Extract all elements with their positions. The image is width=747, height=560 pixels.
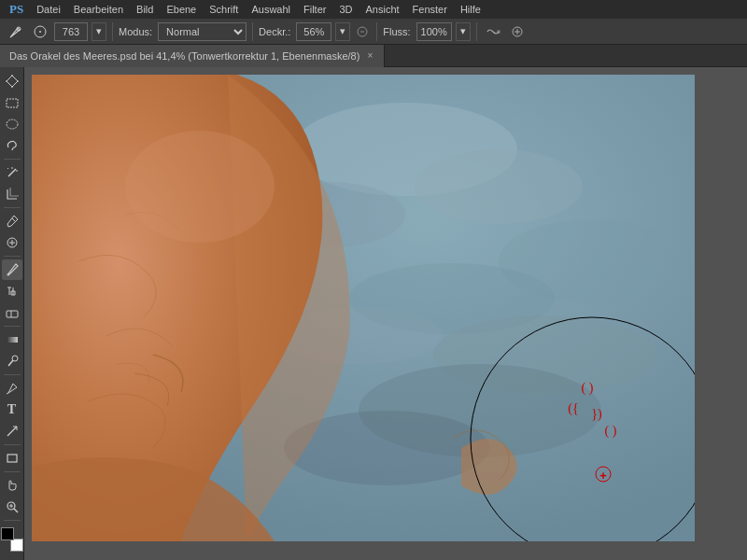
brush-size-dropdown[interactable]: ▾ [92, 22, 106, 41]
menu-auswahl[interactable]: Auswahl [246, 2, 296, 17]
brush-preview-right: }) [591, 407, 602, 422]
svg-line-22 [7, 393, 8, 394]
flow-input[interactable] [416, 22, 452, 41]
menu-ansicht[interactable]: Ansicht [360, 2, 405, 17]
divider-1 [112, 22, 113, 41]
tool-text[interactable]: T [2, 399, 22, 420]
mode-select[interactable]: Normal Multiplizieren Abdunkeln [158, 22, 247, 41]
color-swatches[interactable] [1, 527, 23, 552]
flow-dropdown[interactable]: ▾ [456, 22, 471, 41]
tool-clone[interactable] [2, 281, 22, 301]
tool-shape[interactable] [2, 448, 22, 469]
svg-line-25 [14, 509, 18, 512]
tool-magic-wand[interactable] [2, 162, 22, 183]
tool-separator-6 [4, 444, 21, 445]
svg-point-38 [125, 131, 275, 243]
svg-line-12 [12, 218, 15, 221]
document-tab[interactable]: Das Orakel des Meeres.psd bei 41,4% (Ton… [0, 45, 385, 67]
tool-move[interactable] [2, 71, 22, 91]
tab-filename: Das Orakel des Meeres.psd bei 41,4% (Ton… [9, 50, 359, 62]
flow-label: Fluss: [383, 26, 410, 37]
tool-path-select[interactable] [2, 421, 22, 441]
brush-size-input[interactable] [54, 22, 88, 41]
tool-separator-2 [4, 207, 21, 208]
mode-label: Modus: [119, 26, 152, 37]
tool-gradient[interactable] [2, 329, 22, 350]
canvas-area[interactable]: ( ) ({ }) ( ) + [24, 67, 747, 560]
menu-3d[interactable]: 3D [333, 2, 358, 17]
brush-preview-top: ( ) [582, 381, 594, 396]
tool-pen[interactable] [2, 378, 22, 399]
background-color-swatch[interactable] [10, 539, 23, 552]
menu-bar: PS Datei Bearbeiten Bild Ebene Schrift A… [0, 0, 747, 19]
tool-separator-8 [4, 520, 21, 521]
menu-schrift[interactable]: Schrift [204, 2, 244, 17]
svg-rect-19 [7, 337, 18, 343]
opacity-input[interactable] [296, 22, 331, 41]
toolbox: T [0, 67, 24, 560]
opacity-label: Deckr.: [259, 26, 290, 37]
canvas-image: ( ) ({ }) ( ) + [32, 75, 695, 541]
tool-separator-4 [4, 326, 21, 327]
tab-bar: Das Orakel des Meeres.psd bei 41,4% (Ton… [0, 45, 747, 67]
brush-tool-icon[interactable] [6, 21, 26, 42]
svg-point-7 [7, 119, 18, 129]
tool-ellipse-marquee[interactable] [2, 114, 22, 134]
brush-preview-icon[interactable] [30, 21, 50, 42]
options-toolbar: ▾ Modus: Normal Multiplizieren Abdunkeln… [0, 19, 747, 45]
divider-3 [376, 22, 377, 41]
pressure-icon[interactable] [507, 21, 528, 42]
smoothing-icon[interactable] [483, 21, 503, 42]
tool-brush[interactable] [2, 259, 22, 280]
opacity-dropdown[interactable]: ▾ [335, 22, 350, 41]
svg-line-11 [7, 168, 8, 169]
svg-point-2 [39, 31, 41, 33]
menu-ebene[interactable]: Ebene [161, 2, 202, 17]
tool-separator-3 [4, 256, 21, 257]
tab-close-button[interactable]: × [365, 49, 374, 62]
brush-cursor-plus: + [599, 469, 607, 483]
foreground-color-swatch[interactable] [1, 527, 14, 540]
tool-lasso[interactable] [2, 135, 22, 156]
tool-separator-5 [4, 374, 21, 375]
menu-fenster[interactable]: Fenster [407, 2, 453, 17]
menu-hilfe[interactable]: Hilfe [455, 2, 486, 17]
airbrush-icon[interactable] [356, 25, 369, 38]
svg-rect-6 [7, 99, 18, 107]
tool-rect-marquee[interactable] [2, 92, 22, 113]
tool-separator-7 [4, 471, 21, 472]
canvas-content: ( ) ({ }) ( ) + [32, 75, 695, 541]
divider-2 [252, 22, 253, 41]
svg-line-8 [8, 169, 16, 176]
tool-eraser[interactable] [2, 302, 22, 323]
main-area: T [0, 67, 747, 560]
svg-point-30 [415, 149, 583, 224]
tool-hand[interactable] [2, 475, 22, 496]
tool-dodge[interactable] [2, 351, 22, 371]
svg-rect-17 [7, 311, 18, 317]
svg-point-16 [7, 273, 9, 276]
svg-line-21 [8, 360, 13, 366]
menu-bild[interactable]: Bild [131, 2, 159, 17]
tool-crop[interactable] [2, 184, 22, 204]
ps-logo: PS [4, 2, 29, 17]
tool-healing[interactable] [2, 232, 22, 253]
tool-separator-1 [4, 159, 21, 160]
brush-preview-left: ({ [568, 401, 578, 416]
svg-point-4 [497, 30, 500, 34]
menu-datei[interactable]: Datei [31, 2, 66, 17]
brush-preview-bottom: ( ) [605, 424, 617, 439]
tool-eyedropper[interactable] [2, 211, 22, 231]
tool-zoom[interactable] [2, 497, 22, 517]
divider-4 [476, 22, 477, 41]
menu-bearbeiten[interactable]: Bearbeiten [68, 2, 129, 17]
menu-filter[interactable]: Filter [298, 2, 331, 17]
svg-rect-23 [7, 455, 17, 462]
